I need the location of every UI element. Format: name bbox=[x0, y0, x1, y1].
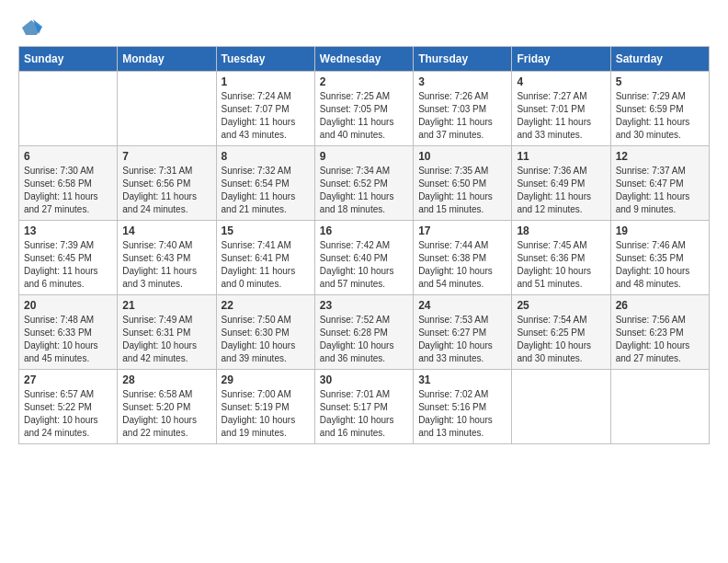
day-number: 15 bbox=[222, 224, 310, 237]
day-number: 22 bbox=[222, 299, 310, 312]
calendar-week-row: 6Sunrise: 7:30 AMSunset: 6:58 PMDaylight… bbox=[19, 146, 710, 221]
day-number: 21 bbox=[122, 299, 210, 312]
weekday-header: Wednesday bbox=[314, 47, 413, 72]
calendar-cell: 29Sunrise: 7:00 AMSunset: 5:19 PMDayligh… bbox=[216, 370, 314, 444]
calendar-cell: 21Sunrise: 7:49 AMSunset: 6:31 PMDayligh… bbox=[118, 295, 216, 370]
calendar-cell: 4Sunrise: 7:27 AMSunset: 7:01 PMDaylight… bbox=[512, 72, 610, 146]
calendar-cell bbox=[19, 72, 118, 146]
calendar-week-row: 13Sunrise: 7:39 AMSunset: 6:45 PMDayligh… bbox=[19, 221, 710, 295]
day-number: 3 bbox=[418, 75, 506, 88]
day-number: 14 bbox=[122, 224, 210, 237]
day-info: Sunrise: 7:54 AMSunset: 6:25 PMDaylight:… bbox=[517, 314, 605, 365]
day-info: Sunrise: 7:40 AMSunset: 6:43 PMDaylight:… bbox=[122, 239, 210, 291]
day-info: Sunrise: 7:39 AMSunset: 6:45 PMDaylight:… bbox=[24, 239, 112, 291]
day-number: 23 bbox=[320, 299, 408, 312]
calendar-cell: 31Sunrise: 7:02 AMSunset: 5:16 PMDayligh… bbox=[414, 370, 512, 444]
day-info: Sunrise: 7:02 AMSunset: 5:16 PMDaylight:… bbox=[418, 388, 506, 440]
calendar-cell bbox=[118, 72, 216, 146]
day-number: 30 bbox=[320, 373, 408, 386]
day-info: Sunrise: 7:52 AMSunset: 6:28 PMDaylight:… bbox=[320, 314, 408, 365]
calendar-cell: 6Sunrise: 7:30 AMSunset: 6:58 PMDaylight… bbox=[19, 146, 118, 221]
day-number: 31 bbox=[418, 373, 506, 386]
day-info: Sunrise: 7:53 AMSunset: 6:27 PMDaylight:… bbox=[418, 314, 506, 365]
day-info: Sunrise: 7:29 AMSunset: 6:59 PMDaylight:… bbox=[616, 90, 704, 142]
calendar-cell: 26Sunrise: 7:56 AMSunset: 6:23 PMDayligh… bbox=[610, 295, 709, 370]
calendar-cell: 5Sunrise: 7:29 AMSunset: 6:59 PMDaylight… bbox=[610, 72, 709, 146]
calendar-cell: 25Sunrise: 7:54 AMSunset: 6:25 PMDayligh… bbox=[512, 295, 610, 370]
weekday-header: Saturday bbox=[610, 47, 709, 72]
day-info: Sunrise: 7:48 AMSunset: 6:33 PMDaylight:… bbox=[24, 314, 112, 365]
day-number: 9 bbox=[320, 150, 408, 163]
day-info: Sunrise: 6:58 AMSunset: 5:20 PMDaylight:… bbox=[122, 388, 210, 440]
day-info: Sunrise: 7:41 AMSunset: 6:41 PMDaylight:… bbox=[222, 239, 310, 291]
calendar-cell: 3Sunrise: 7:26 AMSunset: 7:03 PMDaylight… bbox=[414, 72, 512, 146]
day-number: 29 bbox=[222, 373, 310, 386]
day-info: Sunrise: 7:56 AMSunset: 6:23 PMDaylight:… bbox=[616, 314, 704, 365]
day-info: Sunrise: 7:50 AMSunset: 6:30 PMDaylight:… bbox=[222, 314, 310, 365]
day-info: Sunrise: 7:25 AMSunset: 7:05 PMDaylight:… bbox=[320, 90, 408, 142]
calendar-cell: 14Sunrise: 7:40 AMSunset: 6:43 PMDayligh… bbox=[118, 221, 216, 295]
calendar-cell: 13Sunrise: 7:39 AMSunset: 6:45 PMDayligh… bbox=[19, 221, 118, 295]
calendar-cell: 10Sunrise: 7:35 AMSunset: 6:50 PMDayligh… bbox=[414, 146, 512, 221]
day-number: 5 bbox=[616, 75, 704, 88]
day-info: Sunrise: 7:36 AMSunset: 6:49 PMDaylight:… bbox=[517, 165, 605, 216]
day-info: Sunrise: 7:46 AMSunset: 6:35 PMDaylight:… bbox=[616, 239, 704, 291]
day-info: Sunrise: 7:32 AMSunset: 6:54 PMDaylight:… bbox=[222, 165, 310, 216]
calendar-table: SundayMondayTuesdayWednesdayThursdayFrid… bbox=[18, 46, 710, 444]
day-number: 1 bbox=[222, 75, 310, 88]
day-info: Sunrise: 7:26 AMSunset: 7:03 PMDaylight:… bbox=[418, 90, 506, 142]
day-number: 27 bbox=[24, 373, 112, 386]
day-info: Sunrise: 7:49 AMSunset: 6:31 PMDaylight:… bbox=[122, 314, 210, 365]
day-info: Sunrise: 7:00 AMSunset: 5:19 PMDaylight:… bbox=[222, 388, 310, 440]
day-info: Sunrise: 6:57 AMSunset: 5:22 PMDaylight:… bbox=[24, 388, 112, 440]
calendar-week-row: 20Sunrise: 7:48 AMSunset: 6:33 PMDayligh… bbox=[19, 295, 710, 370]
calendar-cell: 11Sunrise: 7:36 AMSunset: 6:49 PMDayligh… bbox=[512, 146, 610, 221]
weekday-header: Sunday bbox=[19, 47, 118, 72]
day-number: 8 bbox=[222, 150, 310, 163]
day-info: Sunrise: 7:24 AMSunset: 7:07 PMDaylight:… bbox=[222, 90, 310, 142]
day-number: 24 bbox=[418, 299, 506, 312]
day-info: Sunrise: 7:42 AMSunset: 6:40 PMDaylight:… bbox=[320, 239, 408, 291]
calendar-cell: 23Sunrise: 7:52 AMSunset: 6:28 PMDayligh… bbox=[314, 295, 413, 370]
calendar-cell: 18Sunrise: 7:45 AMSunset: 6:36 PMDayligh… bbox=[512, 221, 610, 295]
calendar-week-row: 27Sunrise: 6:57 AMSunset: 5:22 PMDayligh… bbox=[19, 370, 710, 444]
calendar-cell: 15Sunrise: 7:41 AMSunset: 6:41 PMDayligh… bbox=[216, 221, 314, 295]
calendar-cell: 9Sunrise: 7:34 AMSunset: 6:52 PMDaylight… bbox=[314, 146, 413, 221]
calendar-cell: 20Sunrise: 7:48 AMSunset: 6:33 PMDayligh… bbox=[19, 295, 118, 370]
day-info: Sunrise: 7:27 AMSunset: 7:01 PMDaylight:… bbox=[517, 90, 605, 142]
day-info: Sunrise: 7:37 AMSunset: 6:47 PMDaylight:… bbox=[616, 165, 704, 216]
calendar-cell: 12Sunrise: 7:37 AMSunset: 6:47 PMDayligh… bbox=[610, 146, 709, 221]
day-number: 11 bbox=[517, 150, 605, 163]
logo bbox=[18, 18, 42, 37]
day-number: 28 bbox=[122, 373, 210, 386]
day-number: 16 bbox=[320, 224, 408, 237]
calendar-cell bbox=[610, 370, 709, 444]
day-number: 7 bbox=[122, 150, 210, 163]
logo-icon bbox=[20, 18, 42, 37]
calendar-cell: 22Sunrise: 7:50 AMSunset: 6:30 PMDayligh… bbox=[216, 295, 314, 370]
day-info: Sunrise: 7:44 AMSunset: 6:38 PMDaylight:… bbox=[418, 239, 506, 291]
day-info: Sunrise: 7:31 AMSunset: 6:56 PMDaylight:… bbox=[122, 165, 210, 216]
day-info: Sunrise: 7:34 AMSunset: 6:52 PMDaylight:… bbox=[320, 165, 408, 216]
calendar-cell: 16Sunrise: 7:42 AMSunset: 6:40 PMDayligh… bbox=[314, 221, 413, 295]
calendar-cell: 19Sunrise: 7:46 AMSunset: 6:35 PMDayligh… bbox=[610, 221, 709, 295]
calendar-cell: 8Sunrise: 7:32 AMSunset: 6:54 PMDaylight… bbox=[216, 146, 314, 221]
day-number: 25 bbox=[517, 299, 605, 312]
calendar-cell: 1Sunrise: 7:24 AMSunset: 7:07 PMDaylight… bbox=[216, 72, 314, 146]
day-number: 4 bbox=[517, 75, 605, 88]
day-info: Sunrise: 7:01 AMSunset: 5:17 PMDaylight:… bbox=[320, 388, 408, 440]
calendar-cell: 28Sunrise: 6:58 AMSunset: 5:20 PMDayligh… bbox=[118, 370, 216, 444]
calendar-cell: 7Sunrise: 7:31 AMSunset: 6:56 PMDaylight… bbox=[118, 146, 216, 221]
page-header bbox=[18, 18, 710, 37]
day-number: 18 bbox=[517, 224, 605, 237]
day-number: 12 bbox=[616, 150, 704, 163]
day-number: 2 bbox=[320, 75, 408, 88]
calendar-cell: 2Sunrise: 7:25 AMSunset: 7:05 PMDaylight… bbox=[314, 72, 413, 146]
day-number: 10 bbox=[418, 150, 506, 163]
day-info: Sunrise: 7:45 AMSunset: 6:36 PMDaylight:… bbox=[517, 239, 605, 291]
calendar-cell: 24Sunrise: 7:53 AMSunset: 6:27 PMDayligh… bbox=[414, 295, 512, 370]
weekday-header: Thursday bbox=[414, 47, 512, 72]
calendar-header-row: SundayMondayTuesdayWednesdayThursdayFrid… bbox=[19, 47, 710, 72]
day-info: Sunrise: 7:35 AMSunset: 6:50 PMDaylight:… bbox=[418, 165, 506, 216]
calendar-cell bbox=[512, 370, 610, 444]
